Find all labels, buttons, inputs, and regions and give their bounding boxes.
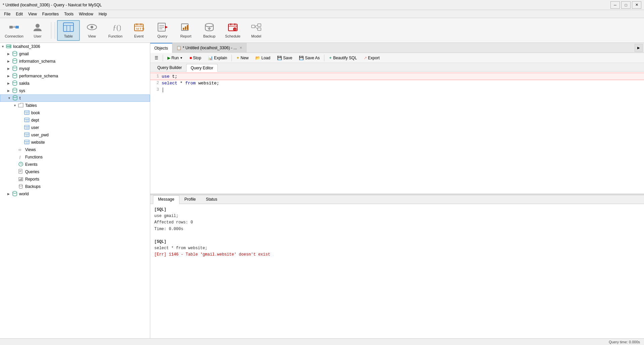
sidebar-item-website[interactable]: website (0, 139, 150, 146)
toolbar-btn-user[interactable]: User (26, 20, 49, 41)
overflow-button[interactable]: ▶ (635, 44, 643, 52)
menu-item-file[interactable]: File (1, 11, 13, 17)
sidebar-item-gmail[interactable]: ▶gmail (0, 50, 150, 58)
toolbar-btn-report[interactable]: Report (174, 20, 197, 41)
backup-icon (204, 22, 215, 33)
sidebar-item-localhost[interactable]: ▼localhost_3306 (0, 43, 150, 50)
label-backups: Backups (25, 184, 41, 189)
icon-backups (18, 184, 24, 190)
svg-marker-21 (165, 26, 168, 28)
menu-item-help[interactable]: Help (96, 11, 110, 17)
save-as-button[interactable]: 💾 Save As (296, 54, 323, 62)
toolbar-btn-table[interactable]: Table (57, 20, 80, 41)
query-tab[interactable]: 📋 * Untitled (localhost_3306) - ... ✕ (172, 43, 247, 53)
hamburger-button[interactable]: ☰ (152, 54, 161, 62)
svg-text:ƒ: ƒ (19, 155, 21, 159)
menu-item-window[interactable]: Window (76, 11, 96, 17)
svg-rect-23 (183, 28, 184, 30)
sidebar-item-mysql[interactable]: ▶mysql (0, 65, 150, 72)
close-button[interactable]: ✕ (632, 1, 641, 9)
message-area: [SQL] use gmail; Affected rows: 0 Time: … (150, 204, 644, 338)
svg-point-47 (13, 81, 17, 83)
label-views: Views (25, 147, 36, 152)
code-line-3[interactable]: 3 │ (150, 86, 644, 93)
sidebar-item-queries[interactable]: Queries (0, 168, 150, 176)
sidebar-item-book[interactable]: book (0, 109, 150, 117)
toolbar-btn-model[interactable]: Model (245, 20, 268, 41)
stop-button[interactable]: ■ Stop (186, 54, 204, 62)
sidebar-item-functions[interactable]: ƒFunctions (0, 153, 150, 161)
query-builder-tab[interactable]: Query Builder (153, 64, 186, 71)
label-sys: sys (19, 88, 25, 93)
label-reports: Reports (25, 177, 39, 182)
beautify-button[interactable]: ✦ Beautify SQL (326, 54, 360, 62)
menu-item-edit[interactable]: Edit (13, 11, 25, 17)
icon-sys (12, 88, 18, 94)
objects-tab[interactable]: Objects (150, 43, 172, 53)
arrow-performance_schema: ▶ (7, 74, 12, 78)
sidebar-item-views[interactable]: ∞Views (0, 146, 150, 153)
svg-point-46 (13, 73, 17, 75)
save-button[interactable]: 💾 Save (274, 54, 295, 62)
sidebar-item-t[interactable]: ▼t (0, 94, 150, 102)
new-label: New (240, 56, 249, 60)
view-label: View (88, 34, 96, 38)
upper-panel: ☰ ▶ Run ▼ ■ Stop 📊 Explain ✦ (150, 53, 644, 194)
sidebar-item-reports[interactable]: Reports (0, 176, 150, 183)
save-as-icon: 💾 (299, 56, 304, 60)
svg-rect-82 (21, 178, 22, 181)
svg-rect-50 (24, 111, 29, 115)
explain-button[interactable]: 📊 Explain (205, 54, 230, 62)
status-tab[interactable]: Status (201, 195, 222, 204)
load-button[interactable]: 📂 Load (252, 54, 273, 62)
toolbar-btn-connection[interactable]: Connection (3, 20, 25, 41)
sidebar-item-events[interactable]: Events (0, 161, 150, 168)
status-tab-label: Status (206, 197, 217, 202)
sidebar-item-information_schema[interactable]: ▶information_schema (0, 58, 150, 65)
svg-text:M T W: M T W (136, 27, 144, 30)
toolbar-btn-event[interactable]: M T WEvent (127, 20, 150, 41)
icon-book (24, 110, 30, 116)
toolbar-btn-backup[interactable]: Backup (198, 20, 221, 41)
toolbar-btn-schedule[interactable]: 22Schedule (221, 20, 244, 41)
new-button[interactable]: ✦ New (233, 54, 252, 62)
code-t-semicolon: t; (169, 74, 177, 79)
content-area: Objects 📋 * Untitled (localhost_3306) - … (150, 43, 644, 338)
maximize-button[interactable]: □ (621, 1, 631, 9)
toolbar-btn-view[interactable]: View (80, 20, 103, 41)
label-website: website (31, 140, 45, 145)
menu-item-view[interactable]: View (25, 11, 40, 17)
sidebar-item-performance_schema[interactable]: ▶performance_schema (0, 72, 150, 80)
explain-icon: 📊 (208, 56, 213, 60)
minimize-button[interactable]: ─ (610, 1, 620, 9)
sidebar-item-sakila[interactable]: ▶sakila (0, 80, 150, 87)
menu-item-favorites[interactable]: Favorites (40, 11, 61, 17)
title-bar: * Untitled (localhost_3306) - Query - Na… (0, 0, 644, 10)
sidebar-item-backups[interactable]: Backups (0, 183, 150, 190)
export-button[interactable]: ↗ Export (361, 54, 383, 62)
query-editor-tab[interactable]: Query Editor (186, 64, 217, 72)
arrow-localhost: ▼ (1, 45, 6, 48)
sidebar-item-user_pwd[interactable]: user_pwd (0, 131, 150, 139)
connection-icon (9, 22, 19, 33)
sidebar-item-dept[interactable]: dept (0, 117, 150, 124)
sidebar-item-tables[interactable]: ▼Tables (0, 102, 150, 109)
sidebar-item-world[interactable]: ▶world (0, 190, 150, 198)
menu-item-tools[interactable]: Tools (61, 11, 76, 17)
report-icon (180, 22, 191, 33)
run-button[interactable]: ▶ Run ▼ (164, 54, 186, 62)
toolbar-btn-query[interactable]: Query (151, 20, 174, 41)
svg-point-26 (205, 23, 213, 27)
toolbar-btn-function[interactable]: ƒ()Function (104, 20, 127, 41)
svg-text:∞: ∞ (18, 147, 21, 152)
profile-tab[interactable]: Profile (179, 195, 201, 204)
sidebar-item-user[interactable]: user (0, 124, 150, 131)
sidebar-item-sys[interactable]: ▶sys (0, 87, 150, 94)
model-icon (251, 22, 262, 33)
icon-dept (24, 117, 30, 124)
query-tab-close[interactable]: ✕ (239, 46, 242, 50)
view-icon (87, 22, 97, 33)
sql-editor[interactable]: 1 use t; 2 select * from website; 3 │ (150, 72, 644, 194)
code-star: * (177, 81, 185, 86)
message-tab[interactable]: Message (153, 195, 179, 204)
